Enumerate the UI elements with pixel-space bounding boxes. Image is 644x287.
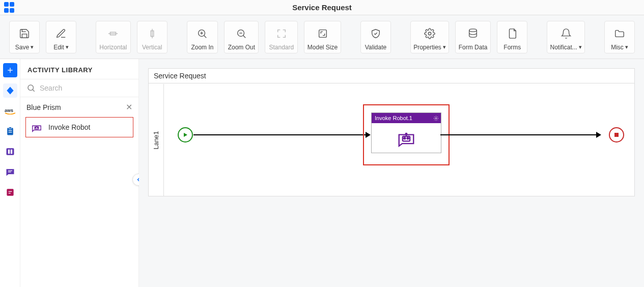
forms-button[interactable]: Forms — [497, 21, 527, 53]
validate-button[interactable]: Validate — [360, 21, 391, 53]
notifications-label: Notificat... — [550, 44, 577, 51]
validate-label: Validate — [365, 44, 386, 51]
save-button[interactable]: Save▾ — [9, 21, 40, 53]
clipboard-icon[interactable] — [3, 124, 17, 138]
fit-model-icon — [317, 26, 328, 41]
process-canvas[interactable]: Service Request Lane1 Invoke Robot.1 — [148, 68, 635, 196]
database-icon — [467, 26, 479, 41]
save-label: Save — [15, 44, 29, 51]
zoom-out-button[interactable]: Zoom Out — [224, 21, 259, 53]
library-item-invoke-robot[interactable]: Invoke Robot — [25, 117, 133, 137]
activity-library-header: ACTIVITY LIBRARY — [20, 59, 138, 79]
svg-line-5 — [204, 35, 207, 38]
svg-point-30 — [28, 85, 34, 91]
activity-title: Invoke Robot.1 — [375, 115, 412, 121]
svg-rect-19 — [9, 127, 11, 129]
svg-text:aws: aws — [5, 108, 13, 113]
robot-icon — [31, 122, 42, 133]
end-node[interactable] — [609, 127, 624, 142]
gear-icon — [424, 26, 435, 41]
blue-prism-icon[interactable] — [3, 83, 17, 98]
sidebar-iconstrip: aws — [0, 59, 20, 287]
page-title: Service Request — [292, 3, 352, 12]
gear-icon[interactable] — [433, 116, 439, 121]
form-data-label: Form Data — [459, 44, 488, 51]
chevron-down-icon: ▾ — [31, 44, 34, 50]
activity-library-panel: ACTIVITY LIBRARY Blue Prism ✕ Invoke Rob… — [20, 59, 139, 287]
zoom-out-icon — [236, 26, 247, 41]
align-horizontal-label: Horizontal — [99, 44, 127, 51]
connector-1[interactable] — [193, 134, 369, 135]
svg-line-9 — [243, 35, 246, 38]
search-input[interactable] — [40, 84, 132, 92]
lane-label[interactable]: Lane1 — [149, 84, 164, 196]
svg-marker-36 — [184, 133, 187, 137]
svg-rect-23 — [8, 150, 9, 154]
start-node[interactable] — [178, 127, 193, 142]
activity-body — [372, 123, 441, 153]
add-button[interactable] — [3, 63, 17, 77]
align-vertical-icon — [147, 26, 158, 41]
svg-point-37 — [435, 118, 437, 119]
svg-point-42 — [406, 133, 407, 135]
search-icon — [26, 83, 36, 93]
zoom-standard-button[interactable]: Standard — [265, 21, 298, 53]
chevron-down-icon: ▾ — [443, 44, 446, 50]
connector-2[interactable] — [440, 134, 600, 135]
activity-invoke-robot[interactable]: Invoke Robot.1 — [371, 112, 441, 153]
library-section-blue-prism[interactable]: Blue Prism ✕ — [20, 97, 138, 115]
svg-line-31 — [33, 90, 35, 92]
flow-area[interactable]: Invoke Robot.1 — [165, 84, 634, 196]
app-grid-icon[interactable] — [4, 2, 15, 13]
chevron-down-icon: ▾ — [66, 44, 69, 50]
notifications-button[interactable]: Notificat...▾ — [547, 21, 585, 53]
activity-header: Invoke Robot.1 — [372, 113, 441, 123]
misc-button[interactable]: Misc▾ — [604, 21, 635, 53]
document-icon[interactable] — [3, 185, 17, 199]
zoom-in-button[interactable]: Zoom In — [187, 21, 218, 53]
svg-marker-16 — [7, 87, 13, 95]
properties-label: Properties — [413, 44, 441, 51]
validate-icon — [370, 26, 381, 41]
align-vertical-label: Vertical — [142, 44, 162, 51]
message-icon[interactable] — [3, 165, 17, 179]
forms-icon — [507, 26, 518, 41]
robot-icon — [397, 128, 416, 148]
zoom-model-size-label: Model Size — [307, 44, 338, 51]
svg-point-13 — [469, 28, 477, 32]
play-icon — [182, 132, 188, 138]
edit-label: Edit — [53, 44, 64, 51]
toolbar: Save▾ Edit▾ Horizontal Vertical Zoom In … — [0, 15, 644, 59]
library-section-label: Blue Prism — [26, 103, 61, 111]
zoom-standard-label: Standard — [269, 44, 294, 51]
columns-icon[interactable] — [3, 145, 17, 159]
chevron-down-icon: ▾ — [579, 44, 582, 50]
misc-label: Misc — [611, 44, 624, 51]
svg-rect-43 — [614, 133, 619, 137]
aws-icon[interactable]: aws — [3, 104, 17, 118]
zoom-in-icon — [197, 26, 208, 41]
stop-icon — [614, 132, 619, 137]
svg-rect-18 — [7, 128, 13, 135]
library-item-label: Invoke Robot — [48, 123, 91, 131]
align-vertical-button[interactable]: Vertical — [137, 21, 167, 53]
zoom-model-size-button[interactable]: Model Size — [304, 21, 341, 53]
search-row — [20, 79, 138, 97]
svg-rect-27 — [7, 189, 13, 195]
chevron-down-icon: ▾ — [625, 44, 628, 50]
edit-button[interactable]: Edit▾ — [46, 21, 76, 53]
properties-button[interactable]: Properties▾ — [410, 21, 449, 53]
svg-point-40 — [407, 137, 409, 139]
align-horizontal-icon — [107, 26, 119, 41]
forms-label: Forms — [503, 44, 521, 51]
form-data-button[interactable]: Form Data — [455, 21, 491, 53]
svg-point-34 — [37, 127, 38, 128]
svg-rect-24 — [10, 150, 12, 154]
main-area: aws ACTIVITY LIBRARY Blue Prism ✕ — [0, 59, 644, 287]
activity-selection-highlight: Invoke Robot.1 — [363, 104, 450, 165]
close-icon[interactable]: ✕ — [126, 102, 132, 112]
zoom-out-label: Zoom Out — [228, 44, 255, 51]
svg-point-12 — [428, 32, 431, 35]
align-horizontal-button[interactable]: Horizontal — [96, 21, 131, 53]
folder-icon — [614, 26, 625, 41]
